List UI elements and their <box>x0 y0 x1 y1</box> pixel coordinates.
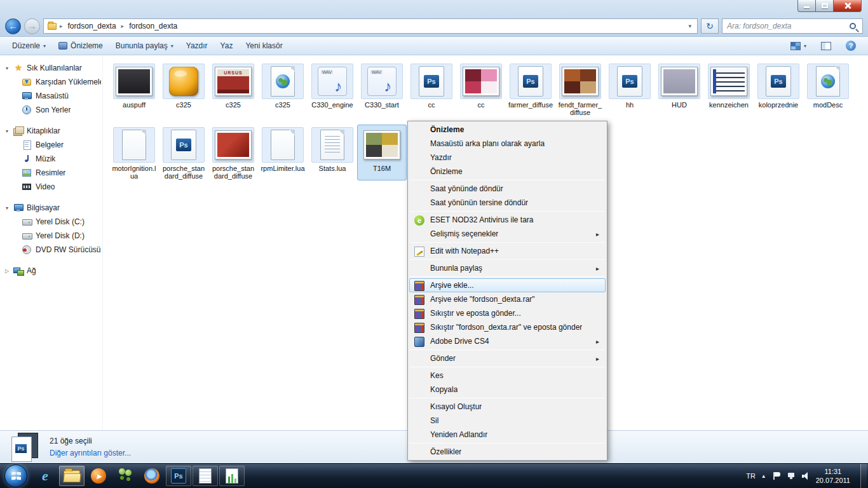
sidebar-section-libraries[interactable]: ▾ Kitaplıklar <box>0 124 102 138</box>
expander-icon[interactable]: ▾ <box>4 205 10 211</box>
sidebar-section-computer[interactable]: ▾ Bilgisayar <box>0 201 102 215</box>
file-item[interactable]: cc <box>456 61 506 117</box>
change-view-button[interactable]: ▾ <box>785 39 812 53</box>
expander-icon[interactable]: ▾ <box>4 128 10 134</box>
menu-item-rename[interactable]: Yeniden Adlandır <box>409 428 606 442</box>
expander-icon[interactable]: ▷ <box>4 268 10 274</box>
share-with-button[interactable]: Bununla paylaş ▾ <box>110 39 179 53</box>
action-center-icon[interactable] <box>772 471 781 480</box>
start-button[interactable] <box>4 464 27 487</box>
preview-button[interactable]: Önizleme <box>53 39 109 53</box>
breadcrumb-segment[interactable]: fordson_dexta <box>66 21 118 31</box>
sidebar-item-recent-places[interactable]: Son Yerler <box>0 103 102 117</box>
clock[interactable]: 11:31 20.07.2011 <box>816 467 850 485</box>
search-input[interactable]: Ara: fordson_dexta <box>722 18 863 34</box>
file-item[interactable]: WAV♪ C330_engine <box>308 61 357 117</box>
menu-item-onizleme[interactable]: Önizleme <box>409 165 606 179</box>
taskbar-messenger-button[interactable] <box>112 466 138 486</box>
volume-icon[interactable] <box>801 471 810 480</box>
menu-item-compress-and-email[interactable]: Sıkıştır ve eposta gönder... <box>409 306 606 320</box>
file-item[interactable]: rpmLimiter.lua <box>258 125 308 180</box>
burn-button[interactable]: Yaz <box>215 39 239 53</box>
file-item[interactable]: kennzeichen <box>704 61 754 117</box>
menu-item-copy[interactable]: Kopyala <box>409 383 606 396</box>
file-item[interactable]: HUD <box>654 61 704 117</box>
menu-item-eset-scan[interactable]: eESET NOD32 Antivirus ile tara <box>409 213 606 227</box>
file-item[interactable]: motorIgnition.lua <box>109 125 159 180</box>
help-button[interactable]: ? <box>840 38 862 53</box>
sidebar-section-network[interactable]: ▷ Ağ <box>0 264 102 278</box>
network-icon[interactable] <box>787 471 796 480</box>
show-desktop-button[interactable] <box>860 464 867 488</box>
taskbar-explorer-button[interactable] <box>59 466 85 486</box>
close-button[interactable] <box>833 0 862 12</box>
menu-item-send-to[interactable]: Gönder▸ <box>409 351 606 365</box>
file-item[interactable]: Ps farmer_diffuse <box>506 61 555 117</box>
file-item[interactable]: Ps koloprzednie <box>754 61 803 117</box>
menu-item-rotate-clockwise[interactable]: Saat yönünde döndür <box>409 182 606 196</box>
taskbar-photoshop-button[interactable]: Ps <box>166 466 191 486</box>
menu-item-edit-with-notepadpp[interactable]: Edit with Notepad++ <box>409 244 606 258</box>
menu-item-add-to-archive-named[interactable]: Arşive ekle "fordson_dexta.rar" <box>409 292 606 306</box>
menu-item-advanced-options[interactable]: Gelişmiş seçenekler▸ <box>409 227 606 241</box>
print-button[interactable]: Yazdır <box>180 39 214 53</box>
organize-button[interactable]: Düzenle ▾ <box>6 39 51 53</box>
file-item[interactable]: Ps cc <box>407 61 456 117</box>
breadcrumb-segment[interactable]: fordson_dexta <box>127 21 179 31</box>
menu-item-properties[interactable]: Özellikler <box>409 445 606 459</box>
sidebar-item-local-disk-c[interactable]: Yerel Disk (C:) <box>0 215 102 229</box>
taskbar-internet-explorer-button[interactable]: e <box>32 466 58 486</box>
sidebar-item-downloads[interactable]: Karşıdan Yüklemeler <box>0 75 102 89</box>
notepad-icon <box>199 468 212 484</box>
file-item[interactable]: c325 <box>159 61 208 117</box>
sidebar-item-pictures[interactable]: Resimler <box>0 166 102 180</box>
file-item[interactable]: Ps porsche_standard_diffuse <box>159 125 208 180</box>
menu-item-compress-named-and-email[interactable]: Sıkıştır "fordson_dexta.rar" ve eposta g… <box>409 320 606 334</box>
file-item[interactable]: c325 <box>258 61 308 117</box>
menu-item-rotate-counterclockwise[interactable]: Saat yönünün tersine döndür <box>409 196 606 210</box>
sidebar-item-desktop[interactable]: Masaüstü <box>0 89 102 103</box>
sidebar-item-dvd-drive[interactable]: DVD RW Sürücüsü (E <box>0 243 102 257</box>
minimize-button[interactable] <box>797 0 816 12</box>
menu-item-add-to-archive[interactable]: Arşive ekle... <box>409 278 606 292</box>
forward-button[interactable]: → <box>24 18 40 34</box>
file-item[interactable]: modDesc <box>803 61 853 117</box>
file-item[interactable]: fendt_farmer_diffuse <box>555 61 605 117</box>
file-item[interactable]: WAV♪ C330_start <box>357 61 407 117</box>
menu-item-onizleme-default[interactable]: Önizleme <box>409 123 606 137</box>
chevron-icon: ▸ <box>60 23 63 29</box>
file-item-selected[interactable]: T16M <box>357 125 407 180</box>
menu-item-set-as-wallpaper[interactable]: Masaüstü arka planı olarak ayarla <box>409 137 606 151</box>
file-item[interactable]: Ps hh <box>605 61 654 117</box>
sidebar-item-music[interactable]: Müzik <box>0 152 102 166</box>
address-dropdown-icon[interactable]: ▾ <box>686 23 693 29</box>
expander-icon[interactable]: ▾ <box>4 65 10 71</box>
taskbar-editor-button[interactable] <box>219 466 245 486</box>
sidebar-item-local-disk-d[interactable]: Yerel Disk (D:) <box>0 229 102 243</box>
file-item[interactable]: auspuff <box>109 61 159 117</box>
back-button[interactable]: ← <box>5 18 21 34</box>
file-item[interactable]: porsche_standard_diffuse <box>208 125 258 180</box>
language-indicator[interactable]: TR <box>746 472 756 480</box>
preview-pane-button[interactable] <box>815 39 837 53</box>
taskbar-media-player-button[interactable]: ▶ <box>86 466 111 486</box>
menu-item-cut[interactable]: Kes <box>409 369 606 383</box>
file-item[interactable]: Stats.lua <box>308 125 357 180</box>
tray-expand-icon[interactable]: ▲ <box>761 473 766 479</box>
sidebar-section-favorites[interactable]: ▾ ★ Sık Kullanılanlar <box>0 61 102 75</box>
taskbar-notepad-button[interactable] <box>193 466 218 486</box>
maximize-button[interactable] <box>816 0 833 12</box>
sidebar-item-video[interactable]: Video <box>0 180 102 194</box>
menu-item-create-shortcut[interactable]: Kısayol Oluştur <box>409 400 606 414</box>
new-folder-button[interactable]: Yeni klasör <box>240 39 288 53</box>
menu-item-yazdir[interactable]: Yazdır <box>409 151 606 165</box>
address-field[interactable]: ▸ fordson_dexta ▸ fordson_dexta ▾ <box>43 18 698 34</box>
show-more-details-link[interactable]: Diğer ayrıntıları göster... <box>50 449 131 458</box>
sidebar-item-documents[interactable]: Belgeler <box>0 138 102 152</box>
menu-item-delete[interactable]: Sil <box>409 414 606 428</box>
refresh-button[interactable]: ↻ <box>701 18 719 34</box>
menu-item-adobe-drive-cs4[interactable]: Adobe Drive CS4▸ <box>409 334 606 348</box>
taskbar-firefox-button[interactable] <box>139 466 165 486</box>
file-item[interactable]: URSUS c325 <box>208 61 258 117</box>
menu-item-share-with[interactable]: Bununla paylaş▸ <box>409 261 606 275</box>
